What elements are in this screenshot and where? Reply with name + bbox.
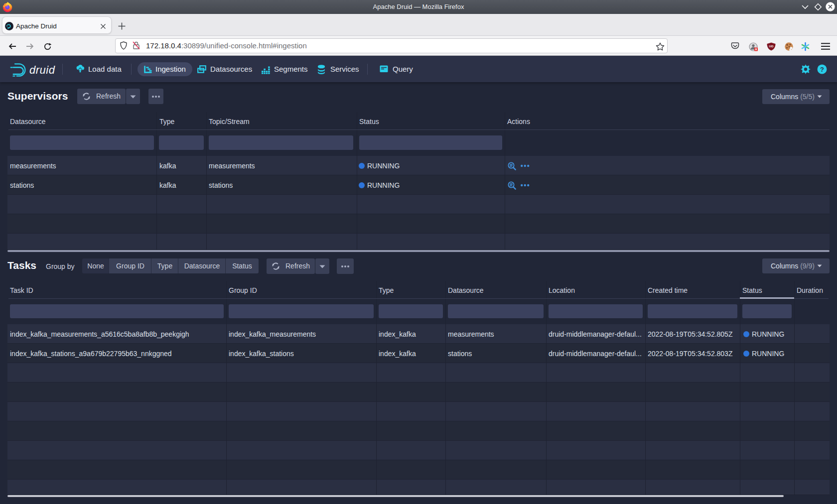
svg-text:UO: UO [769,45,774,48]
